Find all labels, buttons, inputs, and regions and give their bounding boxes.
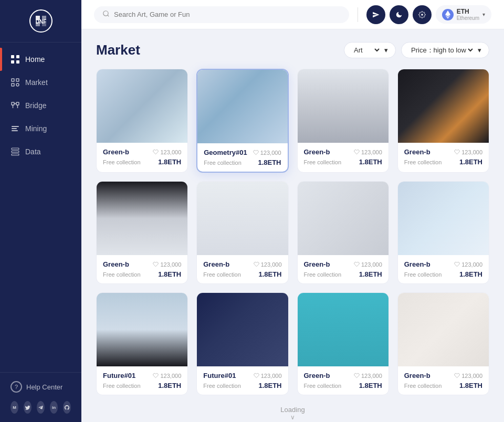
svg-text:DNF: DNF <box>35 19 46 25</box>
help-icon: ? <box>10 381 22 393</box>
help-center-button[interactable]: ? Help Center <box>10 381 71 393</box>
card-price: 1.8ETH <box>359 158 382 166</box>
social-linkedin-icon[interactable]: in <box>50 401 58 414</box>
svg-rect-9 <box>12 102 14 105</box>
card-name: Green-b <box>404 148 430 156</box>
card-likes: 123,000 <box>454 261 482 268</box>
card-name: Green-b <box>404 260 430 268</box>
price-filter[interactable]: Price：high to low Price：low to high ▾ <box>401 42 489 58</box>
card-item[interactable]: Future#01 123,000 Free collection 1.8ETH <box>96 292 188 395</box>
card-item[interactable]: Green-b 123,000 Free collection 1.8ETH <box>196 181 288 284</box>
card-price: 1.8ETH <box>158 270 181 278</box>
art-filter[interactable]: Art Game Fun ▾ <box>344 42 396 58</box>
sidebar-item-bridge-label: Bridge <box>25 101 46 110</box>
price-select[interactable]: Price：high to low Price：low to high <box>409 46 475 55</box>
search-input[interactable] <box>114 10 341 18</box>
card-body: Green-b 123,000 Free collection 1.8ETH <box>298 366 388 395</box>
sidebar-item-mining-label: Mining <box>25 124 47 133</box>
card-item[interactable]: Green-b 123,000 Free collection 1.8ETH <box>397 292 489 395</box>
card-meta: Green-b 123,000 <box>404 260 482 268</box>
card-likes: 123,000 <box>254 373 282 379</box>
sidebar-item-mining[interactable]: Mining <box>0 117 81 140</box>
price-chevron-icon: ▾ <box>478 46 481 54</box>
card-image <box>197 182 288 255</box>
sidebar-item-data-label: Data <box>25 147 41 156</box>
logo: DNF <box>29 9 52 33</box>
sidebar-item-home-label: Home <box>25 55 45 64</box>
help-center-label: Help Center <box>26 383 62 391</box>
moon-button[interactable] <box>390 5 408 24</box>
card-footer: Free collection 1.8ETH <box>304 270 382 278</box>
svg-rect-10 <box>16 102 19 105</box>
card-name: Geometry#01 <box>204 149 247 156</box>
card-name: Green-b <box>404 372 430 379</box>
card-item[interactable]: Green-b 123,000 Free collection 1.8ETH <box>297 181 389 284</box>
logo-area: DNF <box>0 0 81 43</box>
loading-section: Loading ∨ <box>96 395 489 422</box>
grid-icon <box>10 55 20 64</box>
card-item[interactable]: Green-b 123,000 Free collection 1.8ETH <box>397 181 489 284</box>
card-collection: Free collection <box>304 271 342 278</box>
card-footer: Free collection 1.8ETH <box>203 270 281 278</box>
card-meta: Green-b 123,000 <box>404 372 482 379</box>
loading-label: Loading <box>280 406 304 414</box>
card-body: Green-b 123,000 Free collection 1.8ETH <box>298 255 388 283</box>
header-actions: ETH Ethereum ▾ <box>366 5 491 24</box>
card-footer: Free collection 1.8ETH <box>103 158 181 166</box>
sidebar-item-data[interactable]: Data <box>0 140 81 163</box>
sidebar-bottom: ? Help Center M in <box>0 372 81 422</box>
card-item[interactable]: Green-b 123,000 Free collection 1.8ETH <box>297 292 389 395</box>
search-bar[interactable] <box>94 6 349 23</box>
market-icon <box>10 78 20 87</box>
header: ETH Ethereum ▾ <box>81 0 504 29</box>
search-icon <box>102 10 110 19</box>
social-m-icon[interactable]: M <box>10 401 18 414</box>
svg-rect-16 <box>12 130 18 131</box>
card-name: Green-b <box>304 260 330 268</box>
card-likes: 123,000 <box>153 261 181 268</box>
card-meta: Green-b 123,000 <box>304 372 382 379</box>
social-telegram-icon[interactable] <box>37 401 45 414</box>
settings-button[interactable] <box>413 5 432 24</box>
card-collection: Free collection <box>103 383 141 389</box>
art-select[interactable]: Art Game Fun <box>352 46 381 55</box>
card-name: Future#01 <box>103 372 135 379</box>
social-twitter-icon[interactable] <box>24 401 32 414</box>
sidebar-nav: Home Market <box>0 43 81 372</box>
card-item[interactable]: Green-b 123,000 Free collection 1.8ETH <box>96 69 188 173</box>
card-item[interactable]: Green-b 123,000 Free collection 1.8ETH <box>297 69 389 173</box>
sidebar: DNF Home <box>0 0 81 422</box>
card-meta: Green-b 123,000 <box>103 148 181 156</box>
card-body: Green-b 123,000 Free collection 1.8ETH <box>398 143 489 171</box>
card-price: 1.8ETH <box>459 158 482 166</box>
card-item[interactable]: Green-b 123,000 Free collection 1.8ETH <box>397 69 489 173</box>
card-item[interactable]: Future#01 123,000 Free collection 1.8ETH <box>196 292 288 395</box>
sidebar-item-home[interactable]: Home <box>0 48 81 71</box>
card-price: 1.8ETH <box>258 382 281 389</box>
svg-rect-15 <box>12 128 17 129</box>
send-button[interactable] <box>366 5 385 24</box>
card-collection: Free collection <box>304 383 342 389</box>
eth-badge[interactable]: ETH Ethereum ▾ <box>436 5 491 24</box>
social-github-icon[interactable] <box>63 401 71 414</box>
svg-rect-7 <box>12 83 14 86</box>
card-image <box>97 182 187 255</box>
main-area: ETH Ethereum ▾ Market Art Game Fun ▾ <box>81 0 504 422</box>
card-price: 1.8ETH <box>359 270 382 278</box>
card-name: Green-b <box>103 260 129 268</box>
bridge-icon <box>10 101 20 110</box>
eth-subtitle: Ethereum <box>457 15 479 21</box>
card-footer: Free collection 1.8ETH <box>404 270 482 278</box>
sidebar-item-bridge[interactable]: Bridge <box>0 94 81 117</box>
svg-point-20 <box>103 10 108 15</box>
card-body: Green-b 123,000 Free collection 1.8ETH <box>197 255 288 283</box>
sidebar-item-market[interactable]: Market <box>0 71 81 94</box>
card-item[interactable]: Geometry#01 123,000 Free collection 1.8E… <box>196 69 288 173</box>
card-collection: Free collection <box>204 160 242 166</box>
card-footer: Free collection 1.8ETH <box>204 159 281 166</box>
eth-icon <box>442 9 454 20</box>
card-meta: Green-b 123,000 <box>203 260 281 268</box>
card-likes: 123,000 <box>354 149 382 155</box>
card-price: 1.8ETH <box>459 382 482 389</box>
card-item[interactable]: Green-b 123,000 Free collection 1.8ETH <box>96 181 188 284</box>
